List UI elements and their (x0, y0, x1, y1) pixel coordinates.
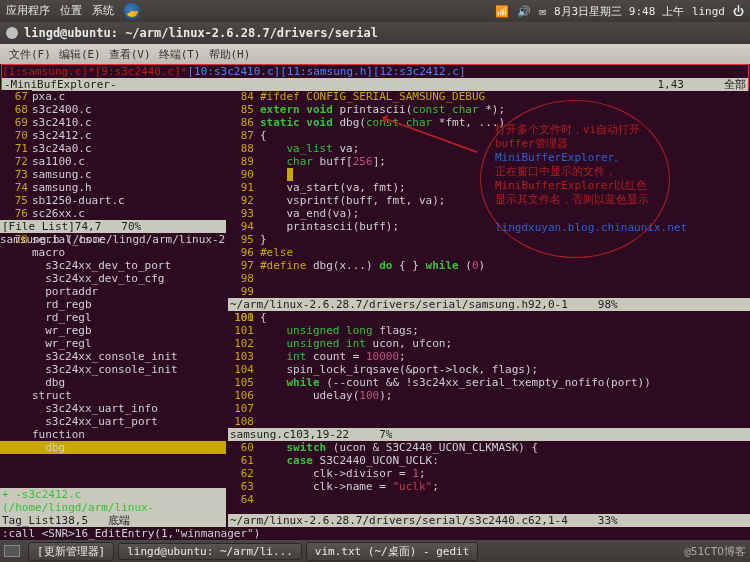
code3-status-file: ~/arm/linux-2.6.28.7/drivers/serial/s3c2… (230, 514, 528, 527)
code-line[interactable]: while (--count && !s3c24xx_serial_txempt… (260, 376, 748, 389)
code3-gutter: 6061626364 (228, 441, 258, 506)
file-item[interactable]: sc26xx.c (32, 207, 224, 220)
menu-system[interactable]: 系统 (92, 3, 114, 19)
buffer-tab[interactable]: [10:s3c2410.c] (187, 65, 280, 78)
taglist-group[interactable]: struct (0, 389, 226, 402)
taglist-item[interactable]: portaddr (0, 285, 226, 298)
taglist-item[interactable]: dbg (0, 441, 226, 454)
taglist-group[interactable]: function (0, 428, 226, 441)
taglist-item[interactable]: s3c24xx_console_init (0, 350, 226, 363)
task-update-manager[interactable]: [更新管理器] (28, 542, 114, 561)
bottom-panel[interactable]: [更新管理器] lingd@ubuntu: ~/arm/li... vim.tx… (0, 540, 750, 562)
file-item[interactable]: s3c2412.c (32, 129, 224, 142)
taglist-item[interactable]: rd_regb (0, 298, 226, 311)
nerdtree-status-left: [File List] (2, 220, 75, 233)
code-line[interactable]: switch (ucon & S3C2440_UCON_CLKMASK) { (260, 441, 748, 454)
buffer-tabs[interactable]: [1:samsung.c]*[9:s3c2440.c]*[10:s3c2410.… (2, 65, 748, 78)
code1-status-pct: 98% (598, 298, 618, 311)
show-desktop-icon[interactable] (4, 545, 20, 557)
nerdtree[interactable]: pxa.cs3c2400.cs3c2410.cs3c2412.cs3c24a0.… (32, 90, 224, 220)
file-item[interactable]: samsung.c (32, 168, 224, 181)
window-titlebar[interactable]: lingd@ubuntu: ~/arm/linux-2.6.28.7/drive… (0, 22, 750, 44)
buffer-tab[interactable]: [11:samsung.h] (280, 65, 373, 78)
taglist-status: Tag_List 138,5 底端 (0, 514, 226, 527)
taglist-item[interactable]: dbg (0, 376, 226, 389)
annot-blog: lingdxuyan.blog.chinaunix.net (495, 221, 655, 235)
file-item[interactable]: sb1250-duart.c (32, 194, 224, 207)
user-switcher[interactable]: lingd (692, 5, 725, 18)
annot-line: 正在窗口中显示的文件， (495, 165, 655, 179)
annotation-bubble: 打开多个文件时，vi自动打开buffer管理器 MiniBufferExplor… (480, 100, 670, 258)
code-line[interactable]: udelay(100); (260, 389, 748, 402)
code-pane-samsung-c[interactable]: { unsigned long flags; unsigned int ucon… (260, 311, 748, 428)
buffer-tab[interactable]: [9:s3c2440.c]* (95, 65, 188, 78)
task-terminal[interactable]: lingd@ubuntu: ~/arm/li... (118, 543, 302, 560)
taglist-item[interactable]: s3c24xx_dev_to_cfg (0, 272, 226, 285)
taglist-item[interactable]: rd_regl (0, 311, 226, 324)
file-item[interactable]: s3c24a0.c (32, 142, 224, 155)
annot-line: 打开多个文件时，vi自动打开buffer管理器 (495, 123, 655, 151)
window-menu-icon[interactable] (6, 27, 18, 39)
nerdtree-status-pos: 74,7 (75, 220, 102, 233)
file-item[interactable]: s3c2400.c (32, 103, 224, 116)
taglist-item[interactable]: wr_regb (0, 324, 226, 337)
firefox-icon[interactable] (124, 3, 140, 19)
code2-status-pos: 103,19-22 (290, 428, 350, 441)
menu-edit[interactable]: 编辑(E) (56, 47, 104, 62)
taglist-next-file[interactable]: + -s3c2412.c (/home/lingd/arm/linux- (2, 488, 224, 514)
power-icon[interactable]: ⏻ (733, 5, 744, 18)
panel-menus[interactable]: 应用程序 位置 系统 (6, 3, 140, 19)
terminal-menubar[interactable]: 文件(F) 编辑(E) 查看(V) 终端(T) 帮助(H) (0, 44, 750, 64)
taglist-item[interactable]: wr_regl (0, 337, 226, 350)
window-title: lingd@ubuntu: ~/arm/linux-2.6.28.7/drive… (24, 26, 378, 40)
file-item[interactable]: samsung.h (32, 181, 224, 194)
code3-status: ~/arm/linux-2.6.28.7/drivers/serial/s3c2… (228, 514, 750, 527)
volume-icon[interactable]: 🔊 (517, 5, 531, 18)
menu-apps[interactable]: 应用程序 (6, 3, 50, 19)
code-line[interactable]: spin_lock_irqsave(&port->lock, flags); (260, 363, 748, 376)
file-item[interactable]: pxa.c (32, 90, 224, 103)
network-icon[interactable]: 📶 (495, 5, 509, 18)
taglist-item[interactable]: s3c24xx_uart_port (0, 415, 226, 428)
code-pane-s3c2440-c[interactable]: switch (ucon & S3C2440_UCON_CLKMASK) { c… (260, 441, 748, 506)
taglist[interactable]: samsung.h (/home/lingd/arm/linux-2macro … (0, 233, 226, 514)
code-line[interactable]: extern void printascii(const char *); (260, 103, 748, 116)
file-item[interactable]: sa1100.c (32, 155, 224, 168)
code-line[interactable]: clk->name = "uclk"; (260, 480, 748, 493)
vim-cmdline[interactable]: :call <SNR>16_EditEntry(1,"winmanager") (0, 527, 750, 540)
code2-status-pct: 7% (379, 428, 392, 441)
code3-status-pct: 33% (598, 514, 618, 527)
menu-places[interactable]: 位置 (60, 3, 82, 19)
taglist-footer-status: + -s3c2412.c (/home/lingd/arm/linux- (0, 488, 226, 514)
code1-status-file: ~/arm/linux-2.6.28.7/drivers/serial/sams… (230, 298, 528, 311)
clock[interactable]: 8月3日星期三 9:48 上午 (554, 4, 684, 19)
code2-status-file: samsung.c (230, 428, 290, 441)
menu-terminal[interactable]: 终端(T) (156, 47, 204, 62)
code1-status-pos: 92,0-1 (528, 298, 568, 311)
gnome-panel[interactable]: 应用程序 位置 系统 📶 🔊 ✉ 8月3日星期三 9:48 上午 lingd ⏻ (0, 0, 750, 22)
mail-icon[interactable]: ✉ (539, 5, 546, 18)
code-line[interactable]: unsigned int ucon, ufcon; (260, 337, 748, 350)
taglist-item[interactable]: s3c24xx_uart_info (0, 402, 226, 415)
menu-file[interactable]: 文件(F) (6, 47, 54, 62)
task-gedit[interactable]: vim.txt (~/桌面) - gedit (306, 542, 478, 561)
vim-editor[interactable]: [1:samsung.c]*[9:s3c2440.c]*[10:s3c2410.… (0, 64, 750, 540)
menu-help[interactable]: 帮助(H) (206, 47, 254, 62)
taglist-group[interactable]: macro (0, 246, 226, 259)
code-line[interactable]: int count = 10000; (260, 350, 748, 363)
file-item[interactable]: s3c2410.c (32, 116, 224, 129)
code-line[interactable]: unsigned long flags; (260, 324, 748, 337)
code-line[interactable]: case S3C2440_UCON_UCLK: (260, 454, 748, 467)
minibufexplorer[interactable]: [1:samsung.c]*[9:s3c2440.c]*[10:s3c2410.… (1, 64, 749, 90)
menu-view[interactable]: 查看(V) (106, 47, 154, 62)
code2-gutter: 100101102103104105106107108109 (228, 311, 258, 441)
taglist-item[interactable]: s3c24xx_console_init (0, 363, 226, 376)
buffer-tab[interactable]: [1:samsung.c]* (2, 65, 95, 78)
code1-gutter: 84858687888990919293949596979899100101 (228, 90, 258, 324)
taglist-item[interactable]: s3c24xx_dev_to_port (0, 259, 226, 272)
buffer-tab[interactable]: [12:s3c2412.c] (373, 65, 466, 78)
nerdtree-status: [File List] 74,7 70% (0, 220, 226, 233)
code-line[interactable]: { (260, 311, 748, 324)
code-line[interactable]: clk->divisor = 1; (260, 467, 748, 480)
code-line[interactable]: #ifdef CONFIG_SERIAL_SAMSUNG_DEBUG (260, 90, 748, 103)
